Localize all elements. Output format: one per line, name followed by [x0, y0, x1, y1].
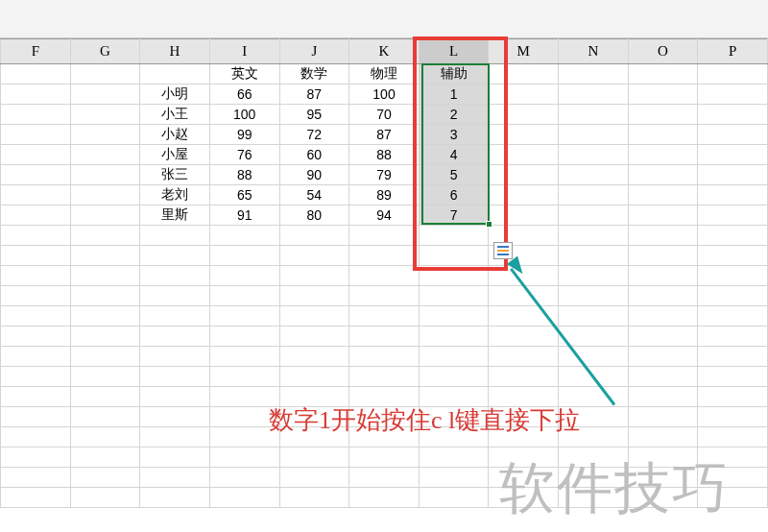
cell[interactable] — [419, 226, 489, 246]
cell[interactable]: 70 — [349, 105, 420, 125]
cell[interactable] — [70, 246, 140, 266]
cell[interactable] — [1, 64, 71, 85]
cell[interactable] — [70, 468, 140, 488]
cell[interactable] — [349, 488, 420, 508]
cell[interactable] — [419, 306, 489, 326]
cell[interactable]: 1 — [419, 85, 489, 105]
cell[interactable] — [70, 105, 140, 125]
col-header-L[interactable]: L — [419, 39, 489, 64]
cell[interactable] — [698, 347, 768, 367]
cell[interactable] — [70, 326, 140, 347]
cell[interactable]: 99 — [209, 125, 279, 145]
cell[interactable] — [698, 286, 768, 306]
cell[interactable] — [279, 447, 349, 468]
cell[interactable] — [1, 165, 71, 185]
cell[interactable] — [349, 447, 420, 468]
cell[interactable] — [489, 125, 559, 145]
cell[interactable] — [209, 306, 279, 326]
cell[interactable] — [1, 427, 71, 447]
cell[interactable] — [279, 266, 349, 286]
cell[interactable] — [628, 427, 698, 447]
cell[interactable] — [1, 266, 71, 286]
cell[interactable]: 87 — [279, 85, 349, 105]
cell[interactable]: 80 — [279, 206, 349, 226]
cell[interactable] — [279, 226, 349, 246]
cell[interactable] — [140, 488, 210, 508]
cell[interactable] — [70, 447, 140, 468]
cell[interactable] — [628, 145, 698, 165]
cell[interactable]: 老刘 — [140, 185, 210, 206]
cell[interactable] — [1, 447, 71, 468]
cell[interactable]: 66 — [209, 85, 279, 105]
cell[interactable] — [209, 286, 279, 306]
cell[interactable]: 95 — [279, 105, 349, 125]
cell[interactable] — [489, 105, 559, 125]
cell[interactable] — [698, 306, 768, 326]
cell[interactable] — [1, 468, 71, 488]
cell[interactable] — [489, 326, 559, 347]
cell[interactable] — [70, 387, 140, 407]
cell[interactable]: 小赵 — [140, 125, 210, 145]
cell[interactable] — [419, 246, 489, 266]
cell[interactable] — [628, 306, 698, 326]
cell[interactable] — [279, 367, 349, 387]
cell[interactable] — [628, 367, 698, 387]
cell[interactable]: 2 — [419, 105, 489, 125]
cell[interactable] — [349, 226, 420, 246]
cell[interactable] — [349, 306, 420, 326]
cell[interactable] — [489, 206, 559, 226]
cell[interactable] — [559, 64, 629, 85]
cell[interactable] — [698, 326, 768, 347]
cell[interactable] — [140, 286, 210, 306]
cell[interactable]: 3 — [419, 125, 489, 145]
cell[interactable] — [279, 347, 349, 367]
cell[interactable] — [70, 206, 140, 226]
cell[interactable] — [279, 326, 349, 347]
col-header-G[interactable]: G — [70, 39, 140, 64]
cell[interactable]: 里斯 — [140, 206, 210, 226]
cell[interactable]: 小王 — [140, 105, 210, 125]
cell[interactable] — [349, 326, 420, 347]
cell[interactable] — [1, 185, 71, 206]
cell[interactable] — [209, 326, 279, 347]
cell[interactable] — [698, 165, 768, 185]
cell[interactable] — [559, 246, 629, 266]
cell[interactable] — [70, 488, 140, 508]
cell[interactable] — [698, 266, 768, 286]
cell[interactable] — [140, 387, 210, 407]
cell[interactable] — [349, 266, 420, 286]
cell[interactable] — [628, 85, 698, 105]
cell[interactable] — [1, 387, 71, 407]
col-header-M[interactable]: M — [489, 39, 559, 64]
cell[interactable] — [70, 347, 140, 367]
cell[interactable]: 60 — [279, 145, 349, 165]
cell[interactable]: 54 — [279, 185, 349, 206]
cell[interactable] — [698, 407, 768, 427]
col-header-P[interactable]: P — [698, 39, 768, 64]
cell[interactable] — [419, 347, 489, 367]
cell[interactable] — [70, 266, 140, 286]
cell[interactable] — [349, 347, 420, 367]
cell[interactable] — [1, 306, 71, 326]
cell[interactable] — [628, 105, 698, 125]
cell[interactable] — [419, 266, 489, 286]
cell[interactable] — [489, 145, 559, 165]
cell[interactable]: 小明 — [140, 85, 210, 105]
cell[interactable] — [209, 447, 279, 468]
cell[interactable] — [698, 125, 768, 145]
col-header-J[interactable]: J — [279, 39, 349, 64]
cell[interactable] — [559, 286, 629, 306]
cell[interactable] — [140, 447, 210, 468]
cell[interactable] — [70, 125, 140, 145]
cell[interactable] — [1, 145, 71, 165]
cell[interactable] — [559, 226, 629, 246]
cell[interactable] — [140, 468, 210, 488]
cell[interactable]: 76 — [209, 145, 279, 165]
cell[interactable] — [698, 145, 768, 165]
cell[interactable] — [70, 145, 140, 165]
col-header-I[interactable]: I — [209, 39, 279, 64]
col-header-O[interactable]: O — [628, 39, 698, 64]
cell[interactable]: 100 — [349, 85, 420, 105]
cell[interactable] — [698, 206, 768, 226]
cell[interactable] — [628, 185, 698, 206]
